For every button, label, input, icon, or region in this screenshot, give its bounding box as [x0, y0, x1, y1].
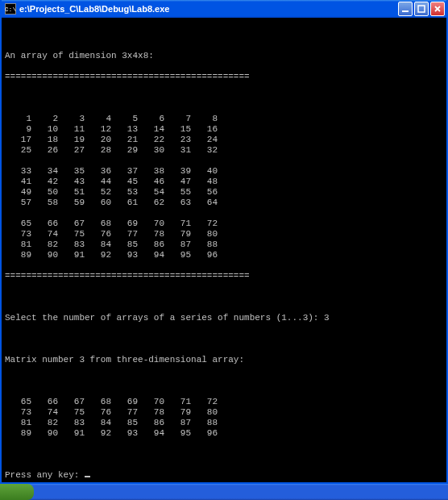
blank-line [5, 208, 443, 219]
titlebar[interactable]: C:\ e:\Projects_C\Lab8\Debug\Lab8.exe [2, 0, 446, 18]
console-output[interactable]: An array of dimension 3x4x8: ===========… [2, 18, 446, 482]
table-row: 89 90 91 92 93 94 95 96 [5, 250, 443, 260]
blank-line [5, 30, 443, 40]
table-row: 1 2 3 4 5 6 7 8 [5, 114, 443, 124]
press-any-key: Press any key: [5, 470, 85, 480]
select-prompt-line: Select the number of arrays of a series … [5, 313, 443, 323]
table-row: 73 74 75 76 77 78 79 80 [5, 229, 443, 240]
press-any-key-line: Press any key: [5, 470, 443, 481]
table-row: 25 26 27 28 29 30 31 32 [5, 145, 443, 156]
selected-matrix-block: 65 66 67 68 69 70 71 72 73 74 75 76 77 7… [5, 397, 443, 439]
blank-line [5, 334, 443, 344]
divider: ========================================… [5, 72, 443, 82]
table-row: 17 18 19 20 21 22 23 24 [5, 135, 443, 145]
window-controls [398, 2, 445, 16]
table-row: 41 42 43 44 45 46 47 48 [5, 177, 443, 187]
blank-line [5, 156, 443, 166]
console-window: C:\ e:\Projects_C\Lab8\Debug\Lab8.exe An… [0, 0, 448, 484]
window-title: e:\Projects_C\Lab8\Debug\Lab8.exe [19, 4, 398, 14]
table-row: 81 82 83 84 85 86 87 88 [5, 418, 443, 428]
table-row: 81 82 83 84 85 86 87 88 [5, 240, 443, 250]
table-row: 9 10 11 12 13 14 15 16 [5, 124, 443, 135]
cursor [85, 476, 90, 477]
select-prompt: Select the number of arrays of a series … [5, 313, 324, 323]
table-row: 73 74 75 76 77 78 79 80 [5, 407, 443, 418]
close-icon [433, 5, 442, 13]
blank-line [5, 376, 443, 386]
start-button[interactable] [0, 484, 34, 500]
blank-line [5, 93, 443, 103]
svg-rect-1 [418, 6, 425, 12]
taskbar[interactable] [0, 484, 448, 500]
selected-value: 3 [324, 313, 330, 323]
maximize-icon [417, 5, 425, 13]
table-row: 65 66 67 68 69 70 71 72 [5, 219, 443, 229]
table-row: 57 58 59 60 61 62 63 64 [5, 198, 443, 208]
app-icon: C:\ [5, 3, 16, 15]
blank-line [5, 292, 443, 302]
maximize-button[interactable] [414, 2, 429, 16]
matrix-header: Matrix number 3 from three-dimensional a… [5, 355, 443, 365]
close-button[interactable] [430, 2, 445, 16]
minimize-button[interactable] [398, 2, 413, 16]
table-row: 65 66 67 68 69 70 71 72 [5, 397, 443, 407]
array-header: An array of dimension 3x4x8: [5, 51, 443, 61]
blank-line [5, 449, 443, 460]
divider: ========================================… [5, 271, 443, 281]
table-row: 89 90 91 92 93 94 95 96 [5, 428, 443, 439]
minimize-icon [401, 5, 409, 13]
table-row: 33 34 35 36 37 38 39 40 [5, 166, 443, 177]
svg-rect-0 [402, 10, 409, 12]
table-row: 49 50 51 52 53 54 55 56 [5, 187, 443, 198]
array3d-block: 1 2 3 4 5 6 7 8 9 10 11 12 13 14 15 16 1… [5, 114, 443, 260]
